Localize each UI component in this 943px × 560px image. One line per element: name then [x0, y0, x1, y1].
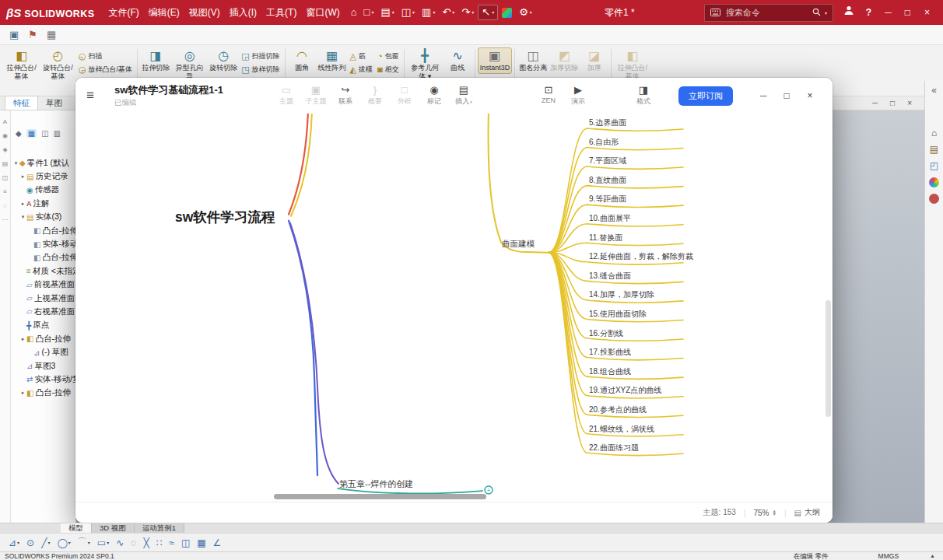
- maximize-icon[interactable]: □: [898, 1, 917, 24]
- circle-icon[interactable]: ◯▾: [54, 537, 72, 548]
- xmind-tool-format[interactable]: ◨格式: [629, 85, 658, 107]
- tree-item-body-3[interactable]: ◧凸台-拉伸: [11, 251, 75, 264]
- tree-item-material[interactable]: ≡材质 <未指定>: [11, 264, 75, 278]
- tree-item-sketch-3[interactable]: ⊿草图3: [11, 359, 75, 373]
- ribbon-intersect[interactable]: ◙相交: [377, 65, 399, 75]
- resources-home-icon[interactable]: ⌂: [931, 128, 937, 138]
- xmind-tool-zen[interactable]: ⊡ZEN: [534, 85, 563, 107]
- vertical-scrollbar[interactable]: [826, 300, 831, 417]
- chapter5-topic[interactable]: 第五章--焊件的创建: [339, 478, 413, 490]
- capture-icon[interactable]: ▣: [9, 29, 19, 40]
- tree-item-top-plane[interactable]: ▱上视基准面: [11, 292, 75, 305]
- ribbon-wrap[interactable]: ◔包覆: [377, 51, 399, 61]
- search-input[interactable]: [724, 7, 808, 18]
- mindmap-topic[interactable]: 7.平面区域: [589, 156, 626, 166]
- undo-icon[interactable]: ↶▾: [439, 5, 457, 19]
- expander-icon[interactable]: ▸: [19, 390, 26, 396]
- xmind-tool-insert[interactable]: ▤插入▾: [449, 85, 479, 107]
- xmind-tool-present[interactable]: ▶演示: [563, 85, 593, 107]
- design-library-icon[interactable]: ▤: [930, 145, 938, 155]
- menu-item[interactable]: 窗口(W): [301, 3, 344, 23]
- rectangle-icon[interactable]: ▭▾: [95, 537, 111, 548]
- convert-entities-icon[interactable]: ∷: [154, 537, 165, 548]
- doc-close-icon[interactable]: ×: [907, 97, 912, 110]
- xmind-minimize-icon[interactable]: ─: [752, 90, 775, 101]
- tree-item-body-2[interactable]: ◧实体-移动: [11, 237, 75, 250]
- doc-restore-icon[interactable]: □: [890, 97, 895, 110]
- dots-icon[interactable]: ⋯: [2, 216, 9, 223]
- zoom-stepper-icon[interactable]: ▲▼: [772, 509, 776, 516]
- open-file-icon[interactable]: ▤▾: [377, 5, 397, 19]
- select-cursor-icon[interactable]: ↖▾: [478, 5, 498, 20]
- smart-dimension-icon[interactable]: ⊙: [24, 537, 37, 548]
- statusbar-customize-icon[interactable]: ▲: [930, 552, 935, 560]
- command-search[interactable]: ▾: [704, 4, 833, 22]
- tab-3D 视图[interactable]: 3D 视图: [92, 523, 135, 533]
- flag-icon[interactable]: ⚑: [28, 29, 37, 40]
- mindmap-topic[interactable]: 5.边界曲面: [589, 117, 626, 128]
- file-explorer-icon[interactable]: ◰: [930, 161, 938, 171]
- mindmap-topic[interactable]: 12.延伸曲面，剪裁，解除剪裁: [589, 251, 693, 262]
- layers-icon[interactable]: ▤: [2, 160, 9, 167]
- mindmap-topic[interactable]: 13.缝合曲面: [589, 271, 631, 282]
- xmind-close-icon[interactable]: ×: [798, 90, 822, 101]
- ribbon-detach[interactable]: ◫图名分离: [517, 47, 549, 74]
- document-title[interactable]: 零件1 *: [605, 6, 635, 19]
- list-icon[interactable]: ≡: [3, 188, 7, 195]
- line-icon[interactable]: ╱▾: [39, 537, 52, 548]
- menu-item[interactable]: 编辑(E): [144, 3, 184, 23]
- outline-button[interactable]: ▤ 大纲: [794, 507, 820, 518]
- pattern-icon[interactable]: ▦: [195, 537, 208, 548]
- ribbon-thicken-cut[interactable]: ◩加厚切除: [549, 47, 580, 74]
- mindmap-topic[interactable]: 8.直纹曲面: [589, 175, 626, 186]
- ribbon-fillet[interactable]: ◠圆角: [288, 47, 317, 74]
- spline-icon[interactable]: ∿: [114, 537, 126, 548]
- xmind-tool-relationship[interactable]: ↪联系: [331, 85, 360, 107]
- trim-icon[interactable]: ╳: [141, 537, 151, 548]
- search-icon[interactable]: [812, 5, 821, 19]
- collapse-chevron-icon[interactable]: «: [931, 86, 937, 96]
- mindmap-canvas[interactable]: + sw软件学习流程 曲面建模 5.边界曲面6.自由形7.平面区域8.直纹曲面9…: [75, 114, 833, 502]
- tab-特征[interactable]: 特征: [5, 96, 38, 110]
- tab-运动算例1[interactable]: 运动算例1: [135, 523, 184, 533]
- configuration-tab-icon[interactable]: ◫: [41, 129, 48, 138]
- ribbon-lofted-boss[interactable]: ◶放样凸台/基体: [79, 65, 132, 75]
- xmind-tool-marker[interactable]: ◉标记: [419, 85, 449, 107]
- expander-icon[interactable]: ▾: [19, 214, 26, 220]
- scrollbar-thumb[interactable]: [274, 494, 486, 499]
- search-dropdown-icon[interactable]: ▾: [825, 10, 827, 16]
- help-icon[interactable]: ?: [859, 1, 878, 24]
- user-account-icon[interactable]: [840, 1, 859, 24]
- tree-item-front-plane[interactable]: ▱前视基准面: [11, 278, 75, 292]
- ribbon-hole-wizard[interactable]: ◎异型孔向导: [171, 47, 208, 82]
- mindmap-topic[interactable]: 20.参考点的曲线: [589, 404, 647, 415]
- tree-item-origin[interactable]: ╋原点: [11, 319, 75, 332]
- angle-icon[interactable]: ∠: [211, 537, 224, 548]
- tree-item-sensors[interactable]: ◉传感器: [11, 184, 75, 197]
- ribbon-revolved-cut[interactable]: ◷旋转切除: [208, 47, 239, 74]
- mindmap-topic[interactable]: 16.分割线: [589, 328, 623, 339]
- tree-item-body-move-copy[interactable]: ⇄实体-移动/复制: [11, 373, 75, 386]
- ribbon-swept-boss[interactable]: ◵扫描: [79, 51, 132, 61]
- horizontal-scrollbar[interactable]: [77, 494, 831, 499]
- ribbon-draft[interactable]: ◭拔模: [350, 65, 373, 75]
- new-file-icon[interactable]: □▾: [361, 5, 377, 19]
- menu-item[interactable]: 文件(F): [103, 3, 143, 23]
- mindmap-topic[interactable]: 15.使用曲面切除: [589, 309, 647, 320]
- mindmap-topic[interactable]: 11.替换面: [589, 233, 622, 243]
- units-label[interactable]: MMGS: [878, 552, 899, 560]
- mindmap-topic[interactable]: 9.等距曲面: [589, 194, 626, 205]
- menu-item[interactable]: 工具(T): [261, 3, 301, 23]
- mindmap-topic[interactable]: 17.投影曲线: [589, 347, 631, 358]
- home-icon[interactable]: ⌂: [348, 5, 360, 19]
- ribbon-extruded-cut[interactable]: ◨拉伸切除: [140, 47, 171, 74]
- redo-icon[interactable]: ↷▾: [458, 5, 477, 19]
- display-tab-icon[interactable]: ▥: [54, 129, 61, 138]
- ribbon-curves[interactable]: ∿曲线: [443, 47, 472, 74]
- tree-item-solid-bodies[interactable]: ▾▤实体(3): [11, 211, 75, 224]
- annotation-a-icon[interactable]: A: [3, 118, 7, 125]
- menu-item[interactable]: 视图(V): [184, 3, 225, 23]
- expander-icon[interactable]: ▸: [19, 201, 26, 207]
- panel-icon[interactable]: ◫: [2, 174, 9, 181]
- ribbon-lofted-cut[interactable]: ◳放样切除: [241, 65, 279, 75]
